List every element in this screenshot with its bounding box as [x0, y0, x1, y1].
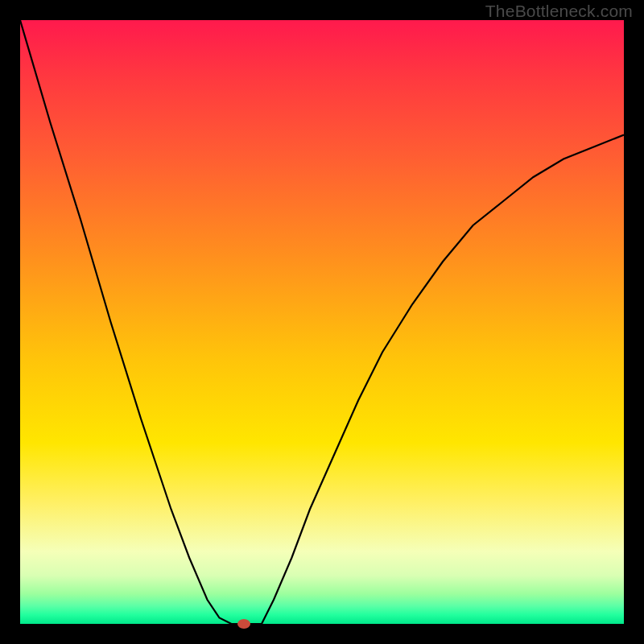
watermark-text: TheBottleneck.com — [485, 2, 633, 21]
chart-frame: TheBottleneck.com — [0, 0, 644, 644]
bottleneck-curve — [20, 20, 624, 624]
minimum-marker — [237, 619, 250, 629]
curve-path — [20, 20, 624, 624]
plot-area — [20, 20, 624, 624]
